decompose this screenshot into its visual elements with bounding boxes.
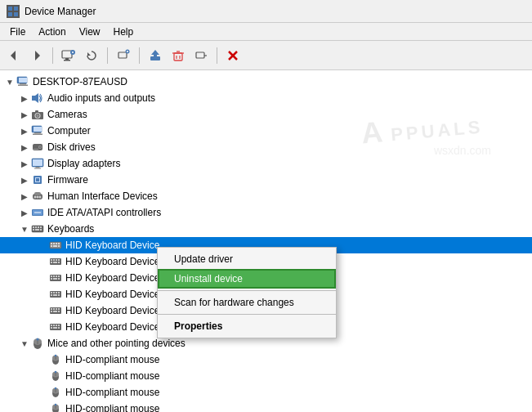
tree-item-disk[interactable]: ▶ Disk drives [0,139,532,155]
keyboards-toggle[interactable]: ▼ [18,222,31,235]
context-update-driver[interactable]: Update driver [158,249,336,269]
menu-view[interactable]: View [73,25,107,39]
ide-icon [31,206,44,219]
svg-rect-19 [174,53,182,60]
svg-rect-89 [58,275,60,277]
forward-button[interactable] [26,45,47,66]
svg-rect-95 [53,292,55,293]
context-properties[interactable]: Properties [158,316,336,336]
hid-toggle[interactable]: ▶ [18,190,31,203]
svg-rect-107 [53,311,57,312]
firmware-icon [31,173,44,186]
svg-point-124 [55,355,56,356]
ide-toggle[interactable]: ▶ [18,206,31,219]
hid-label: Human Interface Devices [47,190,158,202]
mouse-1-label: HID-compliant mouse [65,354,159,365]
svg-rect-108 [58,311,60,312]
audio-toggle[interactable]: ▶ [18,92,31,105]
context-uninstall-device[interactable]: Uninstall device [158,269,336,289]
svg-marker-5 [35,51,40,60]
tree-item-mouse-3[interactable]: ▶ HID-compliant mouse [0,384,532,401]
computer-icon [16,75,29,88]
root-label: DESKTOP-87EAUSD [33,76,127,87]
disable-button[interactable] [190,45,212,66]
svg-point-128 [55,371,56,373]
tree-item-ide[interactable]: ▶ IDE ATA/ATAPI controllers [0,204,532,221]
toolbar-sep-1 [52,47,53,64]
svg-point-36 [37,114,39,117]
camera-icon [31,108,44,121]
svg-rect-99 [53,294,57,296]
svg-rect-71 [53,243,55,244]
menu-action[interactable]: Action [32,25,72,39]
computer-label: Computer [47,125,91,137]
menu-file[interactable]: File [3,25,32,39]
hid-keyboard-2-label: HID Keyboard Device [65,256,159,267]
update-driver-button[interactable] [145,45,166,66]
context-scan-hardware[interactable]: Scan for hardware changes [158,293,336,312]
hid-keyboard-4-label: HID Keyboard Device [65,289,159,300]
svg-rect-73 [58,243,60,244]
hid-keyboard-3-icon [49,271,62,284]
mice-icon [31,337,44,350]
computer-toggle[interactable]: ▶ [18,124,31,137]
svg-rect-79 [53,259,55,261]
scan-button[interactable] [113,45,134,66]
toolbar-sep-2 [107,47,108,64]
keyboards-icon [31,222,44,235]
svg-rect-81 [58,259,60,261]
svg-rect-31 [19,78,27,83]
mice-toggle[interactable]: ▼ [18,337,31,350]
tree-item-audio[interactable]: ▶ Audio inputs and outputs [0,90,532,106]
tree-item-computer[interactable]: ▶ Computer [0,123,532,139]
tree-item-mouse-1[interactable]: ▶ HID-compliant mouse [0,352,532,368]
svg-rect-72 [56,243,57,244]
svg-rect-67 [35,229,39,231]
svg-point-44 [39,146,41,148]
remove-button[interactable] [222,45,244,66]
tree-item-mouse-2[interactable]: ▶ HID-compliant mouse [0,368,532,384]
back-button[interactable] [3,45,25,66]
svg-rect-74 [51,245,52,247]
root-toggle[interactable]: ▼ [3,75,16,88]
uninstall-button[interactable] [168,45,189,66]
title-bar: Device Manager [0,0,532,23]
svg-rect-115 [53,327,57,329]
svg-rect-113 [58,325,60,326]
svg-rect-83 [53,262,57,263]
mice-label: Mice and other pointing devices [47,338,186,349]
svg-rect-68 [40,229,42,231]
tree-item-mouse-4[interactable]: ▶ HID-compliant mouse [0,401,532,412]
display-toggle[interactable]: ▶ [18,157,31,170]
svg-rect-97 [58,292,60,293]
svg-rect-29 [20,83,26,85]
hid-keyboard-3-label: HID Keyboard Device [65,272,159,284]
svg-rect-1 [14,7,18,11]
svg-rect-49 [34,168,41,169]
disk-toggle[interactable]: ▶ [18,141,31,154]
cameras-toggle[interactable]: ▶ [18,108,31,121]
svg-rect-48 [36,167,40,168]
tree-item-cameras[interactable]: ▶ Cameras [0,106,532,123]
tree-item-firmware[interactable]: ▶ Firmware [0,172,532,188]
window-title: Device Manager [25,6,96,17]
tree-item-display[interactable]: ▶ Display adapters [0,155,532,172]
disk-icon [31,141,44,154]
firmware-toggle[interactable]: ▶ [18,173,31,186]
mouse-2-label: HID-compliant mouse [65,370,159,382]
svg-rect-91 [53,278,57,280]
tree-item-keyboards[interactable]: ▼ Keyboards [0,221,532,237]
svg-rect-104 [56,308,57,310]
sound-icon [31,92,44,105]
hid-keyboard-5-icon [49,304,62,317]
tree-item-hid[interactable]: ▶ Human Interface Devices [0,188,532,204]
refresh-button[interactable] [81,45,102,66]
svg-rect-39 [34,132,41,134]
svg-rect-103 [53,308,55,310]
hid-icon [31,190,44,203]
tree-root[interactable]: ▼ DESKTOP-87EAUSD [0,74,532,90]
svg-rect-90 [51,278,52,280]
mouse-4-label: HID-compliant mouse [65,403,159,412]
properties-button[interactable] [58,45,79,66]
menu-help[interactable]: Help [107,25,141,39]
